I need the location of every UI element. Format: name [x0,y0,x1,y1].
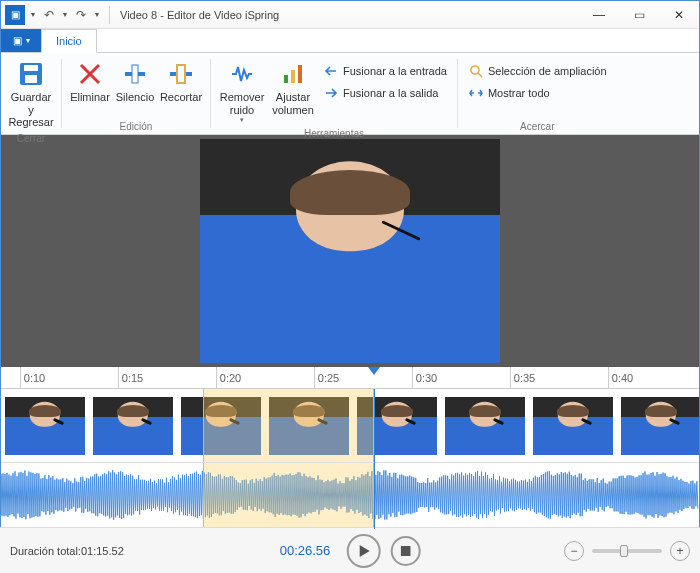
svg-rect-10 [284,75,288,83]
crop-button[interactable]: Recortar [158,57,204,106]
redo-button[interactable]: ↷ [73,7,89,23]
ruler-tick: 0:40 [608,367,633,388]
audio-track[interactable] [1,463,699,527]
group-tools-caption: Herramientas [304,126,364,139]
timeline-ruler[interactable]: 0:100:150:200:250:300:350:40 [1,367,699,389]
ribbon-group-close: Guardar y Regresar Cerrar [1,53,61,134]
ruler-tick: 0:10 [20,367,45,388]
ruler-tick: 0:20 [216,367,241,388]
merge-out-button[interactable]: Fusionar a la salida [319,83,451,103]
tab-home[interactable]: Inicio [41,29,97,53]
playback-controls-bar: Duración total:01:15.52 00:26.56 − + [0,527,700,573]
timeline-thumbnail[interactable] [621,397,699,455]
window-title: Video 8 - Editor de Video iSpring [120,9,279,21]
stop-button[interactable] [390,536,420,566]
ribbon: Guardar y Regresar Cerrar Eliminar Silen… [1,53,699,135]
volume-icon [278,59,308,89]
ruler-tick: 0:30 [412,367,437,388]
ruler-tick: 0:15 [118,367,143,388]
save-icon [16,59,46,89]
zoom-slider-knob[interactable] [620,545,628,557]
ribbon-group-edit: Eliminar Silencio Recortar Edición [62,53,210,134]
svg-rect-6 [132,65,138,83]
timeline-tracks [1,389,699,527]
zoom-in-button[interactable]: + [670,541,690,561]
merge-in-icon [323,63,339,79]
remove-noise-icon [227,59,257,89]
app-menu-button[interactable]: ▣ [5,5,25,25]
timeline-thumbnail[interactable] [93,397,173,455]
file-tab[interactable]: ▣ ▾ [1,29,41,52]
adjust-volume-button[interactable]: Ajustar volumen [269,57,317,118]
minimize-button[interactable]: — [579,1,619,29]
svg-rect-1 [24,65,38,71]
zoom-selection-button[interactable]: Selección de ampliación [464,61,611,81]
magnifier-icon [468,63,484,79]
ruler-tick: 0:35 [510,367,535,388]
current-timecode: 00:26.56 [280,543,331,558]
show-all-button[interactable]: Mostrar todo [464,83,611,103]
group-edit-caption: Edición [120,119,153,132]
ribbon-tabstrip: ▣ ▾ Inicio [1,29,699,53]
timeline-selection-audio[interactable] [203,463,374,527]
svg-rect-12 [298,65,302,83]
merge-in-button[interactable]: Fusionar a la entrada [319,61,451,81]
zoom-out-button[interactable]: − [564,541,584,561]
timeline-selection[interactable] [203,389,374,462]
svg-point-13 [471,66,479,74]
redo-dropdown[interactable]: ▾ [93,10,101,19]
svg-rect-15 [400,546,410,556]
delete-icon [75,59,105,89]
maximize-button[interactable]: ▭ [619,1,659,29]
svg-rect-2 [25,75,37,83]
timeline-thumbnail[interactable] [5,397,85,455]
remove-noise-button[interactable]: Remover ruido ▾ [217,57,267,126]
merge-out-icon [323,85,339,101]
silence-button[interactable]: Silencio [114,57,156,106]
ruler-tick: 0:25 [314,367,339,388]
group-close-caption: Cerrar [17,131,45,144]
ribbon-group-zoom: Selección de ampliación Mostrar todo Ace… [458,53,617,134]
video-preview-area [1,135,699,367]
svg-rect-9 [177,65,185,83]
title-bar: ▣ ▾ ↶ ▾ ↷ ▾ Video 8 - Editor de Video iS… [1,1,699,29]
zoom-slider[interactable] [592,549,662,553]
close-window-button[interactable]: ✕ [659,1,699,29]
timeline-thumbnail[interactable] [445,397,525,455]
playhead-marker[interactable] [368,367,380,375]
svg-line-14 [478,73,482,77]
fit-icon [468,85,484,101]
ribbon-group-tools: Remover ruido ▾ Ajustar volumen Fusionar… [211,53,457,134]
video-preview[interactable] [200,139,500,363]
playhead-line[interactable] [374,389,375,529]
svg-rect-11 [291,70,295,83]
delete-button[interactable]: Eliminar [68,57,112,106]
undo-dropdown[interactable]: ▾ [61,10,69,19]
video-track[interactable] [1,389,699,463]
total-duration-label: Duración total:01:15.52 [10,545,124,557]
quick-access-toolbar: ▣ ▾ ↶ ▾ ↷ ▾ [1,5,114,25]
timeline-thumbnail[interactable] [533,397,613,455]
undo-button[interactable]: ↶ [41,7,57,23]
quick-access-dropdown[interactable]: ▾ [29,10,37,19]
crop-icon [166,59,196,89]
save-and-return-button[interactable]: Guardar y Regresar [7,57,55,131]
group-zoom-caption: Acercar [520,119,554,132]
play-button[interactable] [346,534,380,568]
silence-icon [120,59,150,89]
